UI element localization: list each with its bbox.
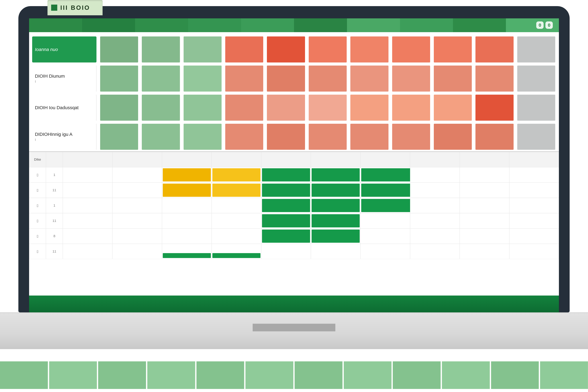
heatmap-cell[interactable] xyxy=(184,124,222,150)
lower-cell[interactable] xyxy=(162,182,212,198)
heatmap-cell[interactable] xyxy=(517,66,555,92)
gantt-block[interactable] xyxy=(312,168,360,182)
heatmap-cell[interactable] xyxy=(142,95,180,121)
lower-cell[interactable] xyxy=(460,182,509,198)
heatmap-cell[interactable] xyxy=(184,95,222,121)
lower-cell[interactable] xyxy=(261,228,311,244)
heatmap-cell[interactable] xyxy=(100,66,138,92)
document-tab[interactable]: III BOIO xyxy=(48,0,102,15)
heatmap-cell[interactable] xyxy=(392,66,430,92)
lower-cell[interactable] xyxy=(261,213,311,228)
heatmap-cell[interactable] xyxy=(517,36,555,62)
heatmap-cell[interactable] xyxy=(434,124,472,150)
heatmap-cell[interactable] xyxy=(476,95,514,121)
heatmap-cell[interactable] xyxy=(225,95,263,121)
lower-cell[interactable] xyxy=(460,228,509,244)
gantt-block[interactable] xyxy=(163,253,211,258)
heatmap-cell[interactable] xyxy=(476,36,514,62)
heatmap-cell[interactable] xyxy=(309,124,347,150)
heatmap-cell[interactable] xyxy=(184,66,222,92)
lower-cell[interactable] xyxy=(410,182,460,198)
gantt-block[interactable] xyxy=(262,184,310,197)
lower-cell[interactable] xyxy=(112,182,162,198)
lower-cell[interactable] xyxy=(162,213,212,228)
lower-cell[interactable] xyxy=(261,244,311,259)
lower-cell[interactable] xyxy=(112,228,162,244)
heatmap-cell[interactable] xyxy=(350,66,388,92)
heatmap-cell[interactable] xyxy=(350,36,388,62)
lower-cell[interactable] xyxy=(63,213,112,228)
lower-cell[interactable] xyxy=(63,167,112,182)
gantt-block[interactable] xyxy=(262,214,310,228)
lower-cell[interactable] xyxy=(212,244,261,259)
lower-cell[interactable] xyxy=(311,213,360,228)
gantt-block[interactable] xyxy=(163,184,211,197)
lower-cell[interactable] xyxy=(261,182,311,198)
lower-cell[interactable] xyxy=(360,228,410,244)
lower-cell[interactable] xyxy=(112,213,162,228)
gantt-block[interactable] xyxy=(312,199,360,212)
lower-cell[interactable] xyxy=(509,167,559,182)
heatmap-cell[interactable] xyxy=(267,66,305,92)
heatmap-cell[interactable] xyxy=(434,95,472,121)
lower-cell[interactable] xyxy=(311,244,360,259)
heatmap-cell[interactable] xyxy=(142,36,180,62)
gantt-block[interactable] xyxy=(212,168,260,182)
heatmap-cell[interactable] xyxy=(267,124,305,150)
lower-cell[interactable] xyxy=(460,213,509,228)
heatmap-cell[interactable] xyxy=(517,95,555,121)
lower-cell[interactable] xyxy=(261,198,311,213)
badge[interactable]: 0 xyxy=(546,22,553,29)
lower-cell[interactable] xyxy=(212,198,261,213)
lower-cell[interactable] xyxy=(311,228,360,244)
lower-cell[interactable] xyxy=(509,244,559,259)
heatmap-cell[interactable] xyxy=(434,66,472,92)
heatmap-cell[interactable] xyxy=(100,95,138,121)
gantt-block[interactable] xyxy=(262,230,310,243)
heatmap-cell[interactable] xyxy=(142,66,180,92)
lower-cell[interactable] xyxy=(212,213,261,228)
lower-cell[interactable] xyxy=(162,198,212,213)
heatmap-cell[interactable] xyxy=(225,36,263,62)
gantt-block[interactable] xyxy=(212,184,260,197)
heatmap-cell[interactable] xyxy=(225,66,263,92)
lower-cell[interactable] xyxy=(63,182,112,198)
lower-cell[interactable] xyxy=(112,244,162,259)
heatmap-cell[interactable] xyxy=(267,95,305,121)
gantt-block[interactable] xyxy=(212,253,260,258)
lower-cell[interactable] xyxy=(410,198,460,213)
heatmap-cell[interactable] xyxy=(225,124,263,150)
lower-cell[interactable] xyxy=(410,167,460,182)
lower-cell[interactable] xyxy=(509,228,559,244)
lower-cell[interactable] xyxy=(63,244,112,259)
lower-cell[interactable] xyxy=(360,244,410,259)
lower-cell[interactable] xyxy=(311,198,360,213)
lower-cell[interactable] xyxy=(360,198,410,213)
gantt-block[interactable] xyxy=(312,230,360,243)
lower-cell[interactable] xyxy=(410,213,460,228)
lower-cell[interactable] xyxy=(162,167,212,182)
lower-cell[interactable] xyxy=(162,228,212,244)
gantt-block[interactable] xyxy=(262,168,310,182)
lower-cell[interactable] xyxy=(212,182,261,198)
lower-cell[interactable] xyxy=(212,167,261,182)
lower-cell[interactable] xyxy=(261,167,311,182)
lower-cell[interactable] xyxy=(360,167,410,182)
heatmap-cell[interactable] xyxy=(309,66,347,92)
gantt-block[interactable] xyxy=(312,184,360,197)
lower-cell[interactable] xyxy=(410,244,460,259)
lower-cell[interactable] xyxy=(311,167,360,182)
gantt-block[interactable] xyxy=(312,214,360,228)
lower-cell[interactable] xyxy=(460,244,509,259)
lower-cell[interactable] xyxy=(460,198,509,213)
lower-cell[interactable] xyxy=(410,228,460,244)
lower-cell[interactable] xyxy=(509,182,559,198)
heatmap-cell[interactable] xyxy=(309,36,347,62)
lower-cell[interactable] xyxy=(63,228,112,244)
heatmap-cell[interactable] xyxy=(517,124,555,150)
heatmap-cell[interactable] xyxy=(476,66,514,92)
heatmap-cell[interactable] xyxy=(476,124,514,150)
lower-cell[interactable] xyxy=(360,182,410,198)
heatmap-cell[interactable] xyxy=(350,124,388,150)
lower-cell[interactable] xyxy=(162,244,212,259)
